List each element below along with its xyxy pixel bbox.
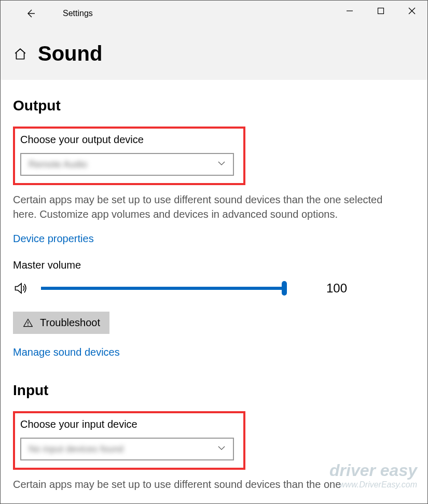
svg-rect-2 — [378, 8, 384, 14]
slider-thumb[interactable] — [282, 281, 287, 296]
device-properties-link[interactable]: Device properties — [13, 233, 415, 245]
minimize-button[interactable] — [334, 1, 365, 21]
input-device-highlight: Choose your input device No input device… — [13, 411, 245, 470]
window-controls — [334, 1, 427, 21]
chevron-down-icon — [217, 159, 226, 170]
input-description: Certain apps may be set up to use differ… — [13, 477, 386, 492]
page-title: Sound — [38, 42, 102, 65]
troubleshoot-button[interactable]: Troubleshoot — [13, 312, 109, 334]
maximize-button[interactable] — [365, 1, 396, 21]
warning-icon — [22, 317, 34, 329]
header-area: Settings Sound — [1, 1, 427, 80]
master-volume-slider[interactable] — [41, 287, 284, 290]
speaker-icon[interactable] — [13, 281, 29, 296]
titlebar: Settings — [13, 1, 415, 26]
input-device-dropdown[interactable]: No input devices found — [20, 438, 234, 460]
input-device-label: Choose your input device — [20, 418, 238, 430]
master-volume-value: 100 — [326, 281, 347, 296]
svg-point-6 — [27, 325, 29, 326]
page-header: Sound — [13, 26, 415, 65]
output-heading: Output — [13, 97, 415, 114]
home-icon[interactable] — [13, 47, 27, 61]
output-device-dropdown[interactable]: Remote Audio — [20, 153, 234, 176]
input-device-value: No input devices found — [29, 444, 123, 455]
troubleshoot-label: Troubleshoot — [40, 317, 100, 329]
input-heading: Input — [13, 382, 415, 399]
chevron-down-icon — [217, 444, 226, 454]
output-device-label: Choose your output device — [20, 134, 238, 146]
output-device-highlight: Choose your output device Remote Audio — [13, 127, 245, 185]
manage-sound-devices-link[interactable]: Manage sound devices — [13, 346, 415, 358]
output-description: Certain apps may be set up to use differ… — [13, 192, 386, 221]
titlebar-title: Settings — [63, 9, 93, 18]
settings-window: Settings Sound Output Choose y — [0, 0, 428, 504]
output-device-value: Remote Audio — [29, 159, 87, 170]
master-volume-label: Master volume — [13, 259, 415, 271]
close-button[interactable] — [396, 1, 427, 21]
back-icon[interactable] — [23, 6, 38, 21]
master-volume-row: 100 — [13, 281, 415, 296]
content-area[interactable]: Output Choose your output device Remote … — [1, 80, 427, 504]
